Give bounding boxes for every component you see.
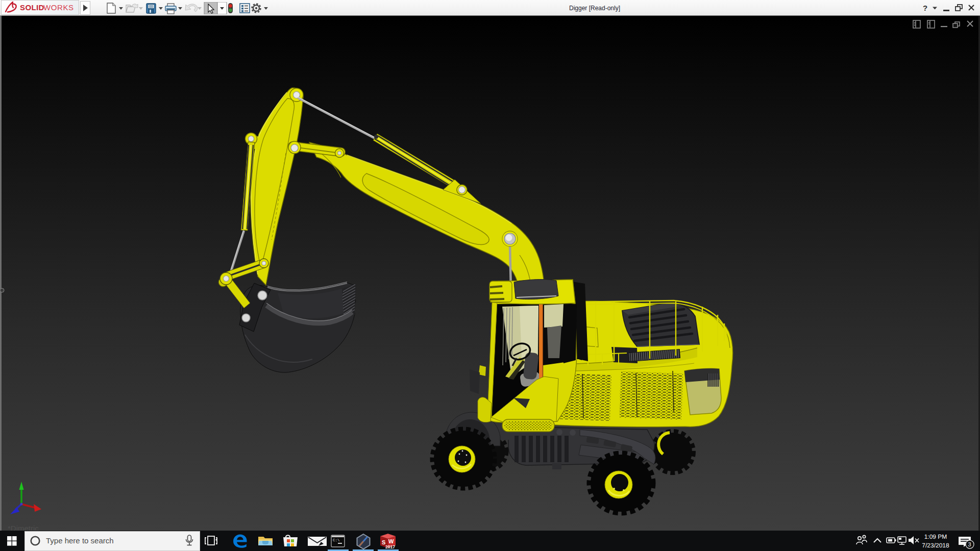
svg-text:*Dimetric: *Dimetric [8,524,39,531]
svg-text:SOLID: SOLID [20,3,44,12]
svg-text:W: W [388,538,394,544]
svg-text:?: ? [923,4,927,12]
svg-text:WORKS: WORKS [43,3,74,12]
svg-text:3: 3 [968,541,971,547]
svg-text:2017: 2017 [385,544,395,549]
svg-text:7/23/2018: 7/23/2018 [922,542,949,549]
svg-text:1:09 PM: 1:09 PM [924,533,947,540]
svg-text:C:\: C:\ [333,538,340,542]
